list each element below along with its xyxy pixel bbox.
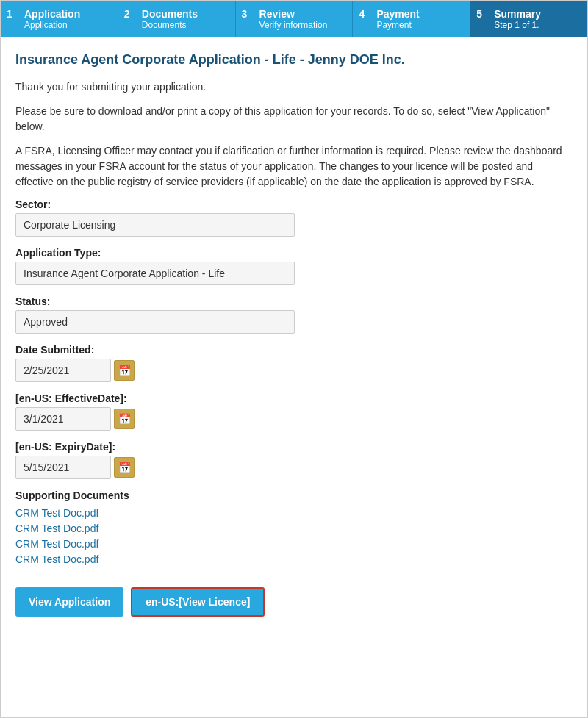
effective-date-field-group: [en-US: EffectiveDate]: 📅 bbox=[15, 392, 573, 431]
doc-link-3[interactable]: CRM Test Doc.pdf bbox=[15, 553, 573, 565]
main-content: Insurance Agent Corporate Application - … bbox=[1, 37, 587, 639]
effective-date-input[interactable] bbox=[15, 407, 111, 431]
step-5-number: 5 bbox=[476, 8, 490, 20]
supporting-docs-list: CRM Test Doc.pdfCRM Test Doc.pdfCRM Test… bbox=[15, 507, 573, 565]
sector-label: Sector: bbox=[15, 198, 573, 210]
date-submitted-wrapper: 📅 bbox=[15, 359, 573, 382]
application-type-input[interactable] bbox=[15, 262, 295, 285]
date-submitted-field-group: Date Submitted: 📅 bbox=[15, 344, 573, 382]
expiry-date-wrapper: 📅 bbox=[15, 456, 573, 479]
step-3-review[interactable]: 3 Review Verify information bbox=[236, 1, 354, 37]
main-container: 1 Application Application 2 Documents Do… bbox=[0, 0, 588, 718]
doc-link-2[interactable]: CRM Test Doc.pdf bbox=[15, 538, 573, 550]
doc-link-0[interactable]: CRM Test Doc.pdf bbox=[15, 507, 573, 519]
step-2-main-label: Documents bbox=[142, 8, 198, 20]
step-1-application[interactable]: 1 Application Application bbox=[1, 1, 118, 37]
footer-buttons: View Application en-US:[View Licence] bbox=[15, 575, 573, 624]
status-field-group: Status: bbox=[15, 295, 573, 334]
application-type-field-group: Application Type: bbox=[15, 247, 573, 285]
intro-text-1: Thank you for submitting your applicatio… bbox=[15, 79, 573, 95]
step-4-main-label: Payment bbox=[376, 8, 419, 20]
step-1-number: 1 bbox=[7, 8, 20, 20]
expiry-date-calendar-icon[interactable]: 📅 bbox=[114, 457, 135, 478]
application-type-label: Application Type: bbox=[15, 247, 573, 259]
step-2-number: 2 bbox=[124, 8, 137, 20]
stepper: 1 Application Application 2 Documents Do… bbox=[1, 1, 587, 37]
effective-date-label: [en-US: EffectiveDate]: bbox=[15, 392, 573, 404]
effective-date-calendar-icon[interactable]: 📅 bbox=[114, 409, 135, 429]
step-5-summary[interactable]: 5 Summary Step 1 of 1. bbox=[470, 1, 587, 37]
step-5-main-label: Summary bbox=[494, 8, 541, 20]
expiry-date-input[interactable] bbox=[15, 456, 111, 479]
step-3-main-label: Review bbox=[259, 8, 328, 20]
step-4-payment[interactable]: 4 Payment Payment bbox=[353, 1, 470, 37]
sector-field-group: Sector: bbox=[15, 198, 573, 237]
date-submitted-calendar-icon[interactable]: 📅 bbox=[114, 360, 135, 381]
step-1-main-label: Application bbox=[24, 8, 80, 20]
sector-input[interactable] bbox=[15, 213, 295, 237]
step-3-sub-label: Verify information bbox=[259, 20, 328, 30]
step-4-number: 4 bbox=[359, 8, 372, 20]
step-4-sub-label: Payment bbox=[376, 20, 419, 30]
page-title: Insurance Agent Corporate Application - … bbox=[15, 52, 573, 68]
effective-date-wrapper: 📅 bbox=[15, 407, 573, 431]
status-label: Status: bbox=[15, 295, 573, 307]
doc-link-1[interactable]: CRM Test Doc.pdf bbox=[15, 523, 573, 534]
expiry-date-label: [en-US: ExpiryDate]: bbox=[15, 441, 573, 453]
date-submitted-label: Date Submitted: bbox=[15, 344, 573, 356]
step-2-documents[interactable]: 2 Documents Documents bbox=[118, 1, 236, 37]
date-submitted-input[interactable] bbox=[15, 359, 111, 382]
status-input[interactable] bbox=[15, 310, 295, 334]
view-licence-button[interactable]: en-US:[View Licence] bbox=[131, 587, 265, 617]
supporting-docs-title: Supporting Documents bbox=[15, 489, 573, 501]
intro-text-2: Please be sure to download and/or print … bbox=[15, 104, 573, 134]
step-2-sub-label: Documents bbox=[142, 20, 198, 30]
step-3-number: 3 bbox=[242, 8, 255, 20]
step-5-sub-label: Step 1 of 1. bbox=[494, 20, 541, 30]
expiry-date-field-group: [en-US: ExpiryDate]: 📅 bbox=[15, 441, 573, 479]
step-1-sub-label: Application bbox=[24, 20, 80, 30]
intro-text-3: A FSRA, Licensing Officer may contact yo… bbox=[15, 143, 573, 190]
supporting-docs-section: Supporting Documents CRM Test Doc.pdfCRM… bbox=[15, 489, 573, 565]
view-application-button[interactable]: View Application bbox=[15, 587, 123, 617]
